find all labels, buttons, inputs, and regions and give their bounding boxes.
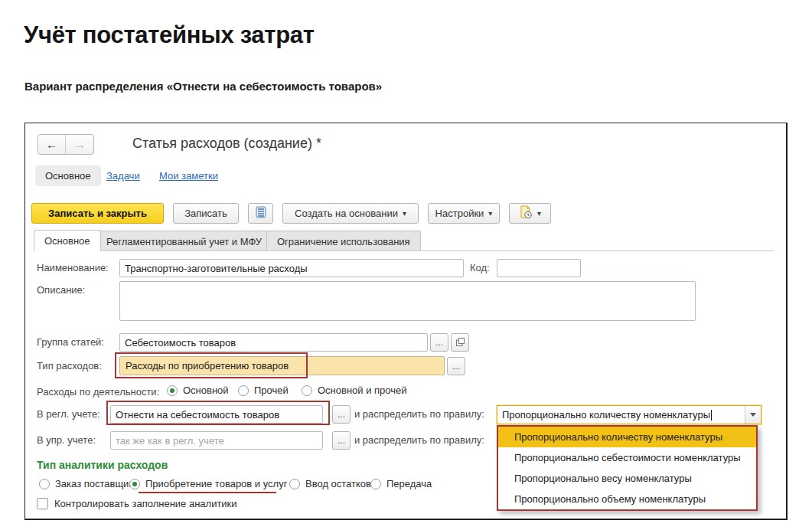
radio-icon (370, 479, 381, 489)
reg-accounting-input[interactable] (110, 405, 323, 424)
expense-type-more-button[interactable]: ... (447, 357, 465, 375)
form-window: ← → Статья расходов (создание) * Основно… (24, 123, 788, 520)
group-input[interactable] (119, 333, 428, 352)
name-input[interactable] (119, 259, 464, 277)
chevron-down-icon: ▾ (403, 209, 406, 218)
distribution-rule-label: и распределить по правилу: (354, 408, 484, 420)
radio-icon (289, 479, 300, 489)
chevron-down-icon: ▾ (537, 209, 541, 218)
report-list-button[interactable] (248, 203, 273, 224)
group-open-button[interactable] (451, 333, 469, 352)
reg-accounting-more-button[interactable]: ... (332, 405, 351, 424)
group-label: Группа статей: (37, 336, 104, 348)
analytics-section-title: Тип аналитики расходов (37, 459, 168, 471)
settings-button[interactable]: Настройки▾ (428, 203, 500, 224)
mgmt-accounting-more-button[interactable]: ... (332, 431, 351, 450)
expense-type-label: Тип расходов: (37, 360, 102, 372)
radio-supplier-order[interactable]: Заказ поставщику (39, 478, 139, 489)
mgmt-accounting-input[interactable] (110, 431, 323, 450)
annotation-underline (139, 492, 276, 493)
open-link-icon (455, 337, 465, 349)
nav-tab-main[interactable]: Основное (35, 165, 101, 186)
dropdown-item[interactable]: Пропорционально количеству номенклатуры (498, 427, 756, 447)
chevron-down-icon: ▾ (488, 209, 492, 218)
back-button[interactable]: ← (38, 135, 66, 154)
tab-usage-restriction[interactable]: Ограничение использования (266, 231, 421, 251)
distribution-rule-combobox[interactable]: Пропорционально количеству номенклатуры (497, 405, 761, 424)
text-caret (711, 410, 712, 421)
change-history-button[interactable]: ▾ (509, 203, 551, 224)
forward-icon: → (74, 138, 86, 151)
radio-goods-services-purchase[interactable]: Приобретение товаров и услуг (129, 478, 287, 489)
radio-icon (302, 385, 312, 396)
checkbox-icon[interactable] (37, 498, 48, 509)
page-subtitle: Вариант распределения «Отнести на себест… (24, 80, 382, 93)
control-analytics-checkbox-group[interactable]: Контролировать заполнение аналитики (37, 498, 237, 509)
description-label: Описание: (37, 284, 85, 296)
distribution-rule-dropdown-list: Пропорционально количеству номенклатуры … (497, 425, 758, 511)
chevron-down-icon (750, 413, 756, 417)
distribution-rule-label: и распределить по правилу: (354, 434, 484, 446)
group-more-button[interactable]: ... (430, 333, 448, 352)
document-clock-icon (519, 205, 533, 221)
activity-label: Расходы по деятельности: (37, 386, 159, 398)
reg-accounting-label: В регл. учете: (37, 408, 100, 420)
save-and-close-button[interactable]: Записать и закрыть (31, 203, 164, 224)
save-button[interactable]: Записать (173, 203, 239, 224)
dropdown-item[interactable]: Пропорционально объему номенклатуры (498, 489, 756, 509)
forward-button[interactable]: → (66, 135, 93, 154)
nav-tab-my-notes[interactable]: Мои заметки (159, 170, 218, 182)
back-icon: ← (46, 138, 57, 151)
radio-icon (39, 479, 50, 489)
radio-activity-main[interactable]: Основной (167, 385, 229, 396)
combo-dropdown-button[interactable] (745, 406, 761, 424)
dropdown-item[interactable]: Пропорционально себестоимости номенклату… (498, 447, 756, 468)
code-label: Код: (470, 262, 490, 273)
radio-activity-other[interactable]: Прочей (238, 385, 289, 396)
radio-icon (167, 385, 178, 396)
radio-transfer[interactable]: Передача (370, 478, 432, 489)
nav-tab-tasks[interactable]: Задачи (106, 170, 140, 182)
radio-activity-main-and-other[interactable]: Основной и прочей (302, 385, 407, 396)
name-label: Наименование: (37, 262, 109, 273)
tab-regulated-accounting[interactable]: Регламентированный учет и МФУ (96, 231, 272, 251)
create-based-on-button[interactable]: Создать на основании▾ (282, 203, 419, 224)
mgmt-accounting-label: В упр. учете: (37, 434, 96, 446)
checkbox-label: Контролировать заполнение аналитики (54, 498, 237, 509)
page-title: Учёт постатейных затрат (24, 21, 315, 49)
window-title: Статья расходов (создание) * (132, 136, 321, 152)
tab-main[interactable]: Основное (34, 230, 101, 251)
radio-icon (238, 385, 249, 396)
dropdown-item[interactable]: Пропорционально весу номенклатуры (498, 468, 756, 489)
expense-type-input[interactable]: Расходы по приобретению товаров (119, 356, 445, 375)
tab-strip-divider (34, 250, 774, 251)
description-textarea[interactable] (119, 281, 696, 321)
radio-icon (129, 479, 140, 489)
history-nav-group: ← → (38, 134, 94, 155)
list-icon (256, 206, 266, 221)
code-input[interactable] (497, 259, 581, 277)
radio-balance-entry[interactable]: Ввод остатков (289, 478, 371, 489)
